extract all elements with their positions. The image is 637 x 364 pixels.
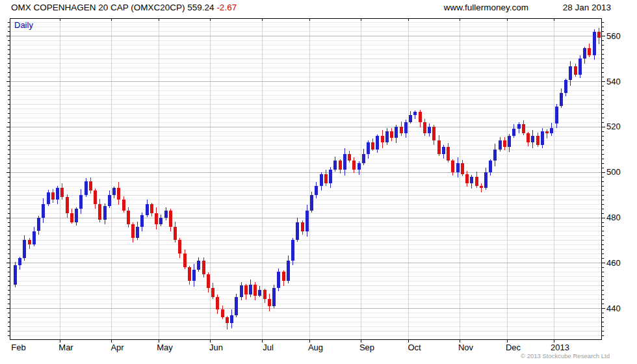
candle [140,215,144,227]
candle [461,163,464,175]
candle [66,197,69,213]
candle [287,261,290,281]
candle [18,258,21,265]
candle [545,131,549,134]
candle [470,177,473,184]
candle [564,80,567,92]
candle [512,129,515,136]
candle [541,131,544,145]
candle [79,195,83,209]
candle [480,186,483,188]
candle [522,124,525,133]
candle [216,297,219,309]
candle [493,150,497,161]
month-label: Jul [263,343,274,352]
candle [597,32,601,38]
candle [268,299,271,306]
candle [37,218,40,231]
candle [484,172,488,188]
candle [503,140,506,148]
candle [240,285,243,297]
month-label: Jun [209,343,223,352]
candle [244,285,248,294]
candle [108,195,111,207]
copyright-label: © 2013 Stockcube Research Ltd [521,352,610,359]
candle [310,195,313,211]
candle [390,131,393,138]
candle [593,32,596,55]
candle [254,285,257,296]
month-label: Dec [506,343,521,352]
candle [574,66,577,74]
candle [578,58,582,74]
timeframe-label: Daily [14,20,33,30]
candle [263,290,266,299]
candle [404,122,408,134]
candle [277,272,280,287]
candle [339,161,342,170]
svg-text:540: 540 [606,77,621,86]
candlestick-chart: 440460480500520540560FebMarAprMayJunJulA… [0,0,637,364]
month-label: Mar [58,343,73,352]
candle [362,154,365,163]
candle [371,142,374,150]
candle [395,127,398,138]
candle [306,211,309,231]
candle [211,288,214,297]
candle [146,204,149,216]
candle [122,200,125,211]
candle [42,204,45,218]
candle [221,309,224,317]
candle [56,188,59,200]
candle [249,285,252,295]
candle [400,127,403,134]
candle [136,227,139,239]
candle [226,317,229,323]
candle [508,136,511,148]
candle [23,240,26,258]
y-axis-labels: 440460480500520540560 [606,31,621,313]
candle [320,174,323,186]
candle [94,190,97,204]
month-label: Feb [11,343,25,352]
candle [348,154,351,161]
candle [517,124,521,129]
candle [84,181,88,195]
svg-text:520: 520 [606,122,621,131]
candle [315,186,318,195]
candle [296,222,299,240]
candle [272,288,276,306]
candle [155,213,158,225]
candle [183,254,187,267]
candle [51,192,55,200]
candle [258,290,261,296]
month-label: Aug [308,343,323,352]
candle [235,297,238,315]
candle [301,222,304,231]
candle [98,204,101,220]
candle [489,161,492,172]
candle [28,240,31,244]
candle [329,170,332,183]
svg-text:480: 480 [606,213,621,222]
candle [202,261,205,274]
chart-page: OMX COPENHAGEN 20 CAP (OMXC20CP) 559.24 … [0,0,637,364]
candle [531,136,534,143]
month-label: Nov [458,343,474,352]
candle [419,112,422,122]
candle [588,48,591,55]
candle [499,140,502,150]
candle [150,204,153,213]
y-axis-ticks [6,23,605,336]
candle [536,136,540,145]
candle [437,140,441,154]
candle [174,227,177,240]
candle [385,131,389,143]
svg-text:440: 440 [606,304,621,313]
candle [447,147,450,161]
candle [75,209,78,222]
candle [291,240,294,260]
month-label: May [157,343,173,352]
candle [526,133,530,142]
candle [367,142,370,154]
